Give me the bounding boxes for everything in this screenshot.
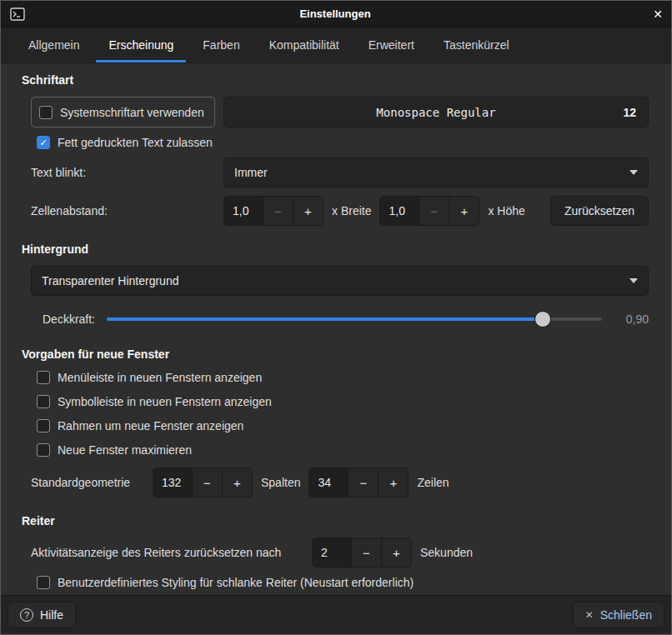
background-type-value: Transparenter Hintergrund bbox=[42, 274, 629, 288]
text-blink-dropdown[interactable]: Immer bbox=[223, 158, 649, 188]
decrement-button[interactable]: − bbox=[192, 468, 222, 497]
reset-cell-spacing-button[interactable]: Zurücksetzen bbox=[550, 196, 649, 226]
tab-erweitert[interactable]: Erweitert bbox=[356, 28, 427, 62]
allow-bold-label: Fett gedruckten Text zulassen bbox=[58, 136, 213, 149]
rows-unit: Zeilen bbox=[417, 476, 449, 489]
allow-bold-checkbox[interactable]: ✓ bbox=[37, 136, 50, 149]
system-font-label: Systemschriftart verwenden bbox=[60, 106, 204, 119]
increment-button[interactable]: + bbox=[381, 538, 411, 567]
tab-kompatibilitaet[interactable]: Kompatibilität bbox=[257, 28, 352, 62]
border-checkbox[interactable] bbox=[37, 419, 50, 432]
checkbox-row-toolbar[interactable]: Symbolleiste in neuen Fenstern anzeigen bbox=[37, 395, 649, 408]
custom-styling-checkbox[interactable] bbox=[37, 576, 50, 589]
chevron-down-icon bbox=[629, 170, 638, 175]
tab-page-appearance: Schriftart Systemschriftart verwenden Mo… bbox=[1, 63, 671, 595]
font-row: Systemschriftart verwenden Monospace Reg… bbox=[22, 97, 649, 128]
toolbar-checkbox[interactable] bbox=[37, 395, 50, 408]
close-icon: ✕ bbox=[585, 609, 594, 621]
titlebar: Einstellungen ✕ bbox=[1, 1, 671, 28]
tab-allgemein[interactable]: Allgemein bbox=[16, 28, 92, 62]
window-close-icon[interactable]: ✕ bbox=[644, 8, 663, 21]
custom-styling-label: Benutzerdefiniertes Styling für schlanke… bbox=[58, 576, 414, 589]
columns-value[interactable]: 132 bbox=[153, 468, 192, 497]
opacity-slider[interactable] bbox=[107, 311, 602, 328]
opacity-value: 0,90 bbox=[614, 312, 649, 326]
slider-handle[interactable] bbox=[534, 311, 551, 328]
decrement-button[interactable]: − bbox=[263, 197, 293, 225]
terminal-app-icon bbox=[9, 6, 26, 22]
cell-width-spinner[interactable]: 1,0 − + bbox=[223, 196, 323, 226]
chevron-down-icon bbox=[629, 278, 638, 283]
tab-activity-label: Aktivitätsanzeige des Reiters zurücksetz… bbox=[31, 546, 312, 559]
decrement-button[interactable]: − bbox=[419, 197, 449, 225]
window-title: Einstellungen bbox=[26, 8, 644, 20]
slider-track[interactable] bbox=[107, 318, 602, 321]
check-icon: ✓ bbox=[39, 138, 47, 148]
help-button-label: Hilfe bbox=[40, 608, 63, 622]
checkbox-row-border[interactable]: Rahmen um neue Fenster anzeigen bbox=[37, 419, 649, 432]
menubar-label: Menüleiste in neuen Fenstern anzeigen bbox=[58, 371, 262, 384]
increment-button[interactable]: + bbox=[449, 197, 479, 225]
background-type-row: Transparenter Hintergrund bbox=[31, 266, 649, 296]
font-chooser-button[interactable]: Monospace Regular 12 bbox=[223, 97, 649, 128]
tab-tastenkuerzel[interactable]: Tastenkürzel bbox=[431, 28, 522, 62]
rows-spinner[interactable]: 34 − + bbox=[308, 468, 409, 498]
rows-value[interactable]: 34 bbox=[309, 468, 348, 497]
section-title-background: Hintergrund bbox=[22, 242, 649, 256]
opacity-label: Deckkraft: bbox=[43, 312, 95, 326]
section-title-font: Schriftart bbox=[22, 73, 649, 87]
geometry-label: Standardgeometrie bbox=[31, 476, 153, 489]
cell-width-unit: x Breite bbox=[332, 204, 371, 218]
increment-button[interactable]: + bbox=[378, 468, 408, 497]
system-font-checkbox-row[interactable]: Systemschriftart verwenden bbox=[31, 97, 215, 128]
text-blink-row: Text blinkt: Immer bbox=[22, 158, 649, 188]
maximize-label: Neue Fenster maximieren bbox=[58, 443, 192, 457]
cell-height-unit: x Höhe bbox=[488, 204, 524, 218]
background-type-dropdown[interactable]: Transparenter Hintergrund bbox=[31, 266, 649, 296]
checkbox-row-maximize[interactable]: Neue Fenster maximieren bbox=[37, 443, 649, 457]
slider-fill bbox=[107, 318, 543, 321]
decrement-button[interactable]: − bbox=[348, 468, 378, 497]
activity-timeout-spinner[interactable]: 2 − + bbox=[312, 538, 412, 568]
checkbox-row-menubar[interactable]: Menüleiste in neuen Fenstern anzeigen bbox=[37, 371, 649, 384]
activity-timeout-value[interactable]: 2 bbox=[313, 538, 351, 567]
increment-button[interactable]: + bbox=[293, 197, 323, 225]
geometry-row: Standardgeometrie 132 − + Spalten 34 − +… bbox=[22, 468, 649, 498]
border-label: Rahmen um neue Fenster anzeigen bbox=[58, 419, 243, 432]
section-title-tabs: Reiter bbox=[22, 514, 649, 528]
close-button-label: Schließen bbox=[600, 608, 652, 622]
help-button[interactable]: ? Hilfe bbox=[8, 602, 76, 628]
opacity-row: Deckkraft: 0,90 bbox=[43, 308, 649, 331]
cell-spacing-label: Zellenabstand: bbox=[31, 204, 215, 218]
tab-farben[interactable]: Farben bbox=[190, 28, 252, 62]
text-blink-label: Text blinkt: bbox=[31, 166, 215, 179]
preferences-dialog: Einstellungen ✕ Allgemein Erscheinung Fa… bbox=[0, 0, 672, 635]
system-font-checkbox[interactable] bbox=[39, 106, 53, 119]
activity-timeout-unit: Sekunden bbox=[420, 546, 473, 559]
increment-button[interactable]: + bbox=[222, 468, 252, 497]
text-blink-value: Immer bbox=[234, 166, 629, 179]
checkbox-row-custom-styling[interactable]: Benutzerdefiniertes Styling für schlanke… bbox=[37, 576, 649, 589]
tab-bar: Allgemein Erscheinung Farben Kompatibili… bbox=[1, 28, 671, 63]
menubar-checkbox[interactable] bbox=[37, 371, 50, 384]
close-button[interactable]: ✕ Schließen bbox=[573, 602, 664, 628]
dialog-footer: ? Hilfe ✕ Schließen bbox=[1, 595, 671, 634]
cell-height-spinner[interactable]: 1,0 − + bbox=[379, 196, 479, 226]
maximize-checkbox[interactable] bbox=[37, 443, 50, 457]
cell-spacing-row: Zellenabstand: 1,0 − + x Breite 1,0 − + … bbox=[22, 196, 649, 226]
columns-unit: Spalten bbox=[261, 476, 300, 489]
section-title-new-windows: Vorgaben für neue Fenster bbox=[22, 348, 649, 361]
allow-bold-checkbox-row[interactable]: ✓ Fett gedruckten Text zulassen bbox=[37, 136, 649, 149]
cell-height-value[interactable]: 1,0 bbox=[380, 197, 419, 225]
font-name: Monospace Regular bbox=[376, 106, 495, 119]
cell-width-value[interactable]: 1,0 bbox=[224, 197, 263, 225]
help-icon: ? bbox=[20, 608, 33, 622]
columns-spinner[interactable]: 132 − + bbox=[153, 468, 253, 498]
decrement-button[interactable]: − bbox=[351, 538, 381, 567]
tab-activity-row: Aktivitätsanzeige des Reiters zurücksetz… bbox=[22, 538, 649, 568]
tab-erscheinung[interactable]: Erscheinung bbox=[96, 28, 186, 62]
font-size: 12 bbox=[623, 106, 636, 119]
toolbar-label: Symbolleiste in neuen Fenstern anzeigen bbox=[58, 395, 272, 408]
